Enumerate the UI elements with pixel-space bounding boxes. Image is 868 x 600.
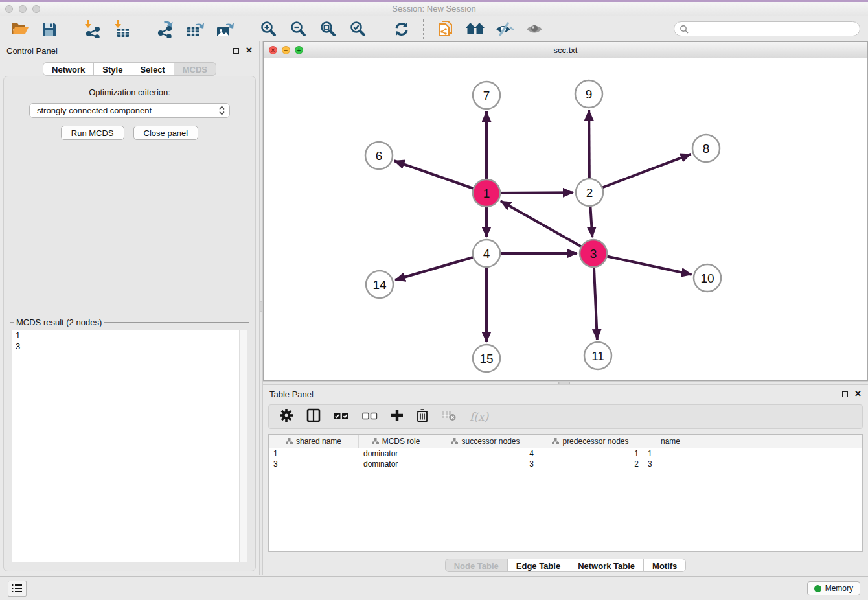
select-all-button[interactable] bbox=[334, 411, 349, 422]
create-column-button[interactable] bbox=[391, 409, 404, 424]
minimize-view-icon[interactable] bbox=[282, 46, 290, 54]
search-input[interactable] bbox=[692, 25, 854, 34]
tab-network-table[interactable]: Network Table bbox=[569, 559, 644, 572]
graph-edge-3-10[interactable] bbox=[593, 253, 692, 275]
splitter-grip[interactable] bbox=[558, 382, 570, 384]
zoom-in-button[interactable] bbox=[257, 19, 280, 40]
table-cell[interactable]: 1 bbox=[269, 449, 359, 458]
tab-select[interactable]: Select bbox=[131, 62, 174, 76]
zoom-window-icon[interactable] bbox=[32, 5, 40, 13]
zoom-in-icon bbox=[260, 21, 277, 38]
graph-node-label: 10 bbox=[700, 271, 714, 285]
zoom-selected-button[interactable] bbox=[347, 19, 370, 40]
graph-edge-3-1[interactable] bbox=[501, 201, 593, 253]
close-panel-button[interactable]: Close panel bbox=[133, 126, 199, 140]
table-cell[interactable]: 4 bbox=[433, 449, 538, 458]
delete-table-button[interactable] bbox=[441, 410, 457, 424]
minimize-window-icon[interactable] bbox=[19, 5, 27, 13]
network-canvas[interactable]: 7968124314101511 bbox=[264, 58, 867, 380]
trash-icon bbox=[417, 408, 428, 422]
memory-button[interactable]: Memory bbox=[807, 581, 860, 595]
import-table-button[interactable] bbox=[111, 19, 134, 40]
refresh-button[interactable] bbox=[390, 19, 413, 40]
float-panel-icon[interactable] bbox=[842, 391, 848, 397]
table-cell[interactable]: 2 bbox=[538, 459, 643, 468]
column-header-predecessor-nodes[interactable]: predecessor nodes bbox=[538, 435, 643, 448]
show-all-button[interactable] bbox=[523, 19, 546, 40]
gear-icon bbox=[279, 408, 293, 422]
close-view-icon[interactable] bbox=[269, 46, 277, 54]
tab-motifs[interactable]: Motifs bbox=[643, 559, 686, 572]
hide-selected-button[interactable] bbox=[493, 19, 516, 40]
open-folder-icon bbox=[10, 21, 29, 37]
duplicate-network-button[interactable] bbox=[433, 19, 457, 40]
main-toolbar bbox=[0, 17, 868, 41]
home-button[interactable] bbox=[463, 19, 486, 40]
search-icon bbox=[680, 25, 689, 34]
network-window-titlebar[interactable]: scc.txt bbox=[264, 42, 867, 58]
export-image-button[interactable] bbox=[214, 19, 237, 40]
result-scrollbar[interactable] bbox=[239, 330, 247, 562]
close-panel-icon[interactable] bbox=[854, 391, 862, 397]
add-icon bbox=[391, 409, 404, 422]
open-session-button[interactable] bbox=[8, 19, 31, 40]
tab-node-table[interactable]: Node Table bbox=[445, 559, 508, 572]
export-network-button[interactable] bbox=[154, 19, 177, 40]
sort-hierarchy-icon bbox=[286, 438, 293, 444]
column-header-mcds-role[interactable]: MCDS role bbox=[359, 435, 433, 448]
search-field[interactable] bbox=[674, 21, 860, 36]
graph-edge-1-6[interactable] bbox=[394, 161, 486, 193]
table-cell[interactable]: 1 bbox=[538, 449, 643, 458]
sort-hierarchy-icon bbox=[451, 438, 458, 444]
run-mcds-button[interactable]: Run MCDS bbox=[61, 126, 124, 140]
column-header-shared-name[interactable]: shared name bbox=[269, 435, 359, 448]
toolbar-separator bbox=[380, 19, 380, 39]
import-table-icon bbox=[114, 20, 131, 38]
close-window-icon[interactable] bbox=[5, 5, 13, 13]
deselect-all-icon bbox=[362, 412, 378, 420]
table-settings-button[interactable] bbox=[279, 408, 293, 425]
tab-network[interactable]: Network bbox=[43, 62, 94, 76]
table-panel-title: Table Panel bbox=[269, 389, 314, 399]
duplicate-network-icon bbox=[437, 20, 453, 38]
table-row[interactable]: 1dominator411 bbox=[269, 448, 862, 459]
close-panel-icon[interactable] bbox=[246, 47, 253, 54]
task-history-button[interactable] bbox=[8, 581, 27, 597]
splitter-grip[interactable] bbox=[260, 301, 262, 312]
table-header-row: shared nameMCDS rolesuccessor nodesprede… bbox=[269, 435, 862, 448]
zoom-out-button[interactable] bbox=[287, 19, 310, 40]
show-columns-button[interactable] bbox=[306, 408, 321, 425]
float-panel-icon[interactable] bbox=[233, 48, 239, 54]
table-cell[interactable]: 3 bbox=[643, 459, 698, 468]
tab-edge-table[interactable]: Edge Table bbox=[507, 559, 569, 572]
save-icon bbox=[41, 21, 57, 37]
tab-style[interactable]: Style bbox=[93, 62, 131, 76]
maximize-view-icon[interactable] bbox=[295, 46, 303, 54]
export-table-button[interactable] bbox=[184, 19, 207, 40]
table-cell[interactable]: 3 bbox=[433, 459, 538, 468]
table-row[interactable]: 3dominator323 bbox=[269, 459, 862, 469]
import-network-icon bbox=[84, 20, 101, 38]
save-session-button[interactable] bbox=[38, 19, 61, 40]
function-builder-button[interactable]: f(x) bbox=[470, 410, 488, 423]
table-cell[interactable]: 3 bbox=[269, 459, 359, 468]
graph-node-label: 15 bbox=[479, 352, 493, 365]
column-header-successor-nodes[interactable]: successor nodes bbox=[433, 435, 538, 448]
window-controls-inactive[interactable] bbox=[5, 5, 40, 13]
table-cell[interactable]: 1 bbox=[643, 449, 698, 458]
mcds-result-list[interactable]: 13 bbox=[12, 330, 247, 562]
graph-edge-2-8[interactable] bbox=[589, 154, 691, 192]
criterion-dropdown[interactable]: strongly connected component bbox=[29, 103, 230, 118]
table-cell[interactable]: dominator bbox=[359, 459, 433, 468]
zoom-fit-button[interactable] bbox=[317, 19, 340, 40]
zoom-fit-icon bbox=[320, 21, 337, 38]
column-header-name[interactable]: name bbox=[643, 435, 698, 448]
tab-mcds[interactable]: MCDS bbox=[174, 62, 216, 76]
control-panel: Control Panel NetworkStyleSelectMCDS Opt… bbox=[0, 41, 259, 575]
deselect-all-button[interactable] bbox=[362, 411, 378, 422]
table-cell[interactable]: dominator bbox=[359, 449, 433, 458]
control-panel-header: Control Panel bbox=[0, 41, 259, 60]
delete-column-button[interactable] bbox=[417, 408, 428, 425]
import-network-button[interactable] bbox=[81, 19, 104, 40]
table-body: 1dominator4113dominator323 bbox=[269, 448, 862, 469]
